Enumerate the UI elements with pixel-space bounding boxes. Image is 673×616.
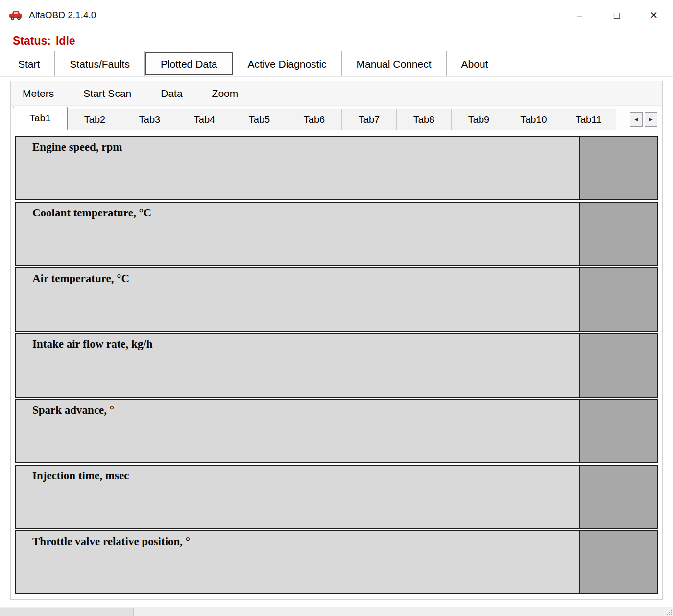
tab-tab4[interactable]: Tab4 (177, 109, 232, 130)
tab-scrollers: ◄ ► (628, 112, 662, 130)
menu-item-plotted-data[interactable]: Plotted Data (145, 52, 233, 75)
plot-canvas-coolant-temperature[interactable]: Coolant temperature, °C (16, 203, 579, 265)
plot-label: Engine speed, rpm (16, 137, 579, 154)
horizontal-scrollbar-thumb[interactable] (0, 608, 134, 616)
plot-canvas-intake-air-flow[interactable]: Intake air flow rate, kg/h (16, 334, 579, 396)
tab-scroll-right-icon[interactable]: ► (645, 112, 657, 127)
tab-tab10[interactable]: Tab10 (506, 109, 561, 130)
title-bar: AlfaOBD 2.1.4.0 – □ ✕ (0, 0, 673, 30)
menu-item-manual-connect[interactable]: Manual Connect (342, 51, 447, 76)
tab-tab8[interactable]: Tab8 (397, 109, 452, 130)
plot-row-spark-advance: Spark advance, ° (15, 399, 658, 463)
window-title: AlfaOBD 2.1.4.0 (29, 10, 96, 21)
plot-label: Intake air flow rate, kg/h (16, 334, 579, 351)
status-label: Status: (13, 34, 51, 47)
tab-tab7[interactable]: Tab7 (342, 109, 397, 130)
plot-canvas-spark-advance[interactable]: Spark advance, ° (16, 400, 579, 462)
plot-label: Air temperature, °C (16, 268, 579, 285)
panel-bottom-spacer (0, 600, 673, 607)
plot-value-panel (579, 137, 657, 199)
toolbar-item-data[interactable]: Data (161, 88, 182, 99)
plot-label: Throttle valve relative position, ° (16, 531, 579, 548)
plot-row-engine-speed: Engine speed, rpm (15, 136, 658, 200)
plot-value-panel (579, 203, 657, 265)
plot-row-coolant-temperature: Coolant temperature, °C (15, 202, 658, 266)
tab-tab6[interactable]: Tab6 (287, 109, 342, 130)
plot-label: Coolant temperature, °C (16, 203, 579, 219)
tab-tab2[interactable]: Tab2 (68, 109, 122, 130)
main-menu: Start Status/Faults Plotted Data Active … (0, 51, 673, 77)
plot-toolbar: Meters Start Scan Data Zoom (11, 81, 662, 106)
plot-value-panel (579, 334, 657, 396)
plot-row-injection-time: Injection time, msec (15, 465, 658, 529)
plot-row-intake-air-flow: Intake air flow rate, kg/h (15, 333, 658, 397)
plot-value-panel (579, 400, 657, 462)
tab-tab3[interactable]: Tab3 (122, 109, 177, 130)
status-value: Idle (56, 34, 75, 47)
tab-tab1[interactable]: Tab1 (13, 107, 68, 130)
plot-canvas-throttle-valve-position[interactable]: Throttle valve relative position, ° (16, 531, 579, 593)
plot-canvas-injection-time[interactable]: Injection time, msec (16, 466, 579, 528)
close-button[interactable]: ✕ (635, 0, 673, 30)
plot-label: Spark advance, ° (16, 400, 579, 417)
plot-row-air-temperature: Air temperature, °C (15, 267, 658, 332)
horizontal-scrollbar[interactable] (0, 607, 673, 616)
plot-row-throttle-valve-position: Throttle valve relative position, ° (15, 530, 658, 594)
status-text: Status:Idle (13, 34, 75, 47)
maximize-button[interactable]: □ (598, 0, 635, 30)
plot-value-panel (579, 466, 657, 528)
tab-scroll-left-icon[interactable]: ◄ (630, 112, 643, 127)
plot-label: Injection time, msec (16, 466, 579, 482)
plotted-data-panel: Meters Start Scan Data Zoom Tab1 Tab2 Ta… (10, 81, 663, 600)
toolbar-item-zoom[interactable]: Zoom (212, 88, 239, 99)
plot-value-panel (579, 531, 657, 593)
app-car-icon (8, 9, 23, 21)
menu-item-start[interactable]: Start (3, 51, 55, 76)
plot-canvas-engine-speed[interactable]: Engine speed, rpm (16, 137, 579, 199)
window-controls: – □ ✕ (561, 0, 673, 30)
resize-grip-icon[interactable] (665, 608, 672, 615)
menu-item-active-diagnostic[interactable]: Active Diagnostic (233, 51, 342, 76)
app-window: AlfaOBD 2.1.4.0 – □ ✕ Status:Idle Start … (0, 0, 673, 616)
plot-rows-container: Engine speed, rpm Coolant temperature, °… (11, 130, 662, 599)
tab-tab9[interactable]: Tab9 (452, 109, 506, 130)
plot-value-panel (579, 268, 657, 331)
tab-tab5[interactable]: Tab5 (232, 109, 287, 130)
tab-tab11[interactable]: Tab11 (561, 109, 616, 130)
menu-item-about[interactable]: About (447, 51, 504, 76)
toolbar-item-start-scan[interactable]: Start Scan (83, 88, 131, 99)
status-bar: Status:Idle (0, 30, 673, 51)
minimize-button[interactable]: – (561, 0, 598, 30)
toolbar-item-meters[interactable]: Meters (23, 88, 54, 99)
plot-canvas-air-temperature[interactable]: Air temperature, °C (16, 268, 579, 331)
tab-strip: Tab1 Tab2 Tab3 Tab4 Tab5 Tab6 Tab7 Tab8 … (11, 106, 662, 130)
menu-item-status-faults[interactable]: Status/Faults (55, 51, 145, 76)
